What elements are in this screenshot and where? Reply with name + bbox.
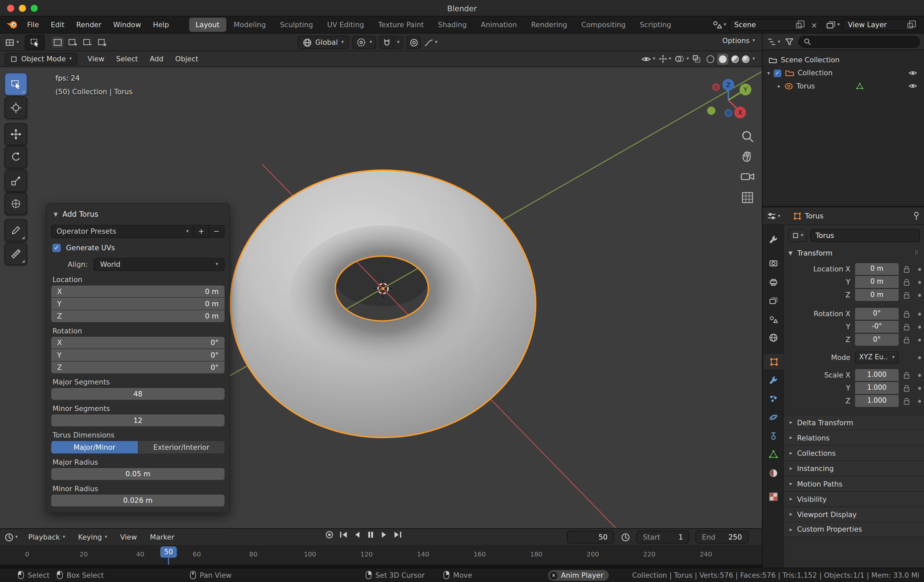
select-mode-subtract[interactable] — [81, 37, 93, 48]
location-y-field[interactable]: Y0 m — [51, 298, 224, 310]
tab-layout[interactable]: Layout — [189, 18, 226, 32]
menu-keying[interactable]: Keying▾ — [72, 534, 113, 541]
prop-rotation-y[interactable]: -0° — [855, 321, 898, 333]
prop-location-z[interactable]: 0 m — [855, 289, 898, 301]
navigation-gizmo[interactable]: Z Y X — [699, 72, 758, 131]
section-viewport-display[interactable]: ▸Viewport Display — [784, 506, 924, 522]
pause-button[interactable] — [367, 531, 374, 538]
expand-icon[interactable]: ▸ — [778, 83, 780, 89]
menu-marker[interactable]: Marker — [144, 534, 180, 541]
dimension-mode-exterior-interior[interactable]: Exterior/Interior — [138, 441, 224, 454]
outliner-row-collection[interactable]: ▾ ✓ Collection — [762, 67, 924, 79]
operator-presets-dropdown[interactable]: Operator Presets ▾ — [51, 225, 194, 238]
tool-scale[interactable] — [5, 170, 27, 192]
next-keyframe-button[interactable] — [381, 531, 388, 538]
outliner-editor-type-button[interactable]: ▾ — [767, 38, 780, 46]
tab-constraints[interactable] — [765, 428, 781, 444]
properties-editor-type-button[interactable]: ▾ — [767, 212, 780, 219]
animate-dot-icon[interactable] — [918, 268, 921, 271]
hide-collection-eye[interactable] — [908, 70, 917, 76]
editor-type-button[interactable]: ▾ — [5, 38, 19, 47]
blender-logo-icon[interactable] — [6, 20, 18, 29]
search-input[interactable] — [814, 38, 914, 45]
outliner-search[interactable] — [799, 35, 920, 48]
select-mode-set[interactable] — [52, 37, 64, 48]
lock-icon[interactable] — [899, 279, 914, 285]
tool-move[interactable] — [5, 123, 27, 146]
lock-icon[interactable] — [899, 398, 914, 404]
mode-dropdown[interactable]: Object Mode ▾ — [5, 53, 77, 65]
tab-render[interactable] — [765, 256, 781, 271]
outliner-row-torus[interactable]: ▸ Torus — [762, 79, 924, 92]
select-mode-invert[interactable] — [96, 37, 108, 48]
camera-view-button[interactable] — [740, 171, 756, 182]
major-segments-field[interactable]: 48 — [51, 388, 224, 400]
new-scene-icon[interactable] — [796, 23, 802, 28]
prop-location-y[interactable]: 0 m — [855, 276, 898, 288]
major-radius-field[interactable]: 0.05 m — [51, 468, 224, 480]
tool-select-box[interactable] — [5, 73, 27, 95]
menu-window[interactable]: Window — [107, 21, 147, 28]
zoom-view-button[interactable] — [741, 130, 755, 144]
section-visibility[interactable]: ▸Visibility — [784, 491, 924, 506]
tab-material[interactable] — [765, 465, 781, 480]
rotation-z-field[interactable]: Z0° — [51, 362, 224, 373]
tab-modifiers[interactable] — [765, 372, 781, 388]
xray-toggle[interactable] — [693, 55, 701, 63]
generate-uvs-checkbox[interactable]: ✓ — [53, 244, 61, 252]
object-name-field[interactable]: Torus — [810, 229, 920, 242]
record-button[interactable] — [325, 531, 334, 539]
animate-dot-icon[interactable] — [918, 400, 921, 403]
shading-material-button[interactable] — [731, 55, 739, 62]
lock-icon[interactable] — [899, 292, 914, 298]
section-relations[interactable]: ▸Relations — [784, 430, 924, 445]
panel-collapse-icon[interactable]: ▼ — [788, 251, 792, 256]
animate-dot-icon[interactable] — [918, 294, 921, 297]
playhead-line[interactable] — [168, 557, 169, 565]
animate-dot-icon[interactable] — [918, 326, 921, 329]
proportional-editing-button[interactable] — [407, 36, 421, 49]
view-layer-name-field[interactable]: View Layer — [843, 19, 918, 31]
lock-icon[interactable] — [899, 385, 914, 391]
section-collections[interactable]: ▸Collections — [784, 445, 924, 460]
anim-player-badge[interactable]: × Anim Player — [548, 570, 609, 581]
menu-view[interactable]: View — [82, 55, 110, 62]
unlink-scene-button[interactable]: × — [810, 21, 818, 28]
lock-icon[interactable] — [899, 266, 914, 273]
frame-start-field[interactable]: Start1 — [637, 531, 690, 544]
scene-browse-button[interactable]: ▾ — [713, 21, 726, 29]
tab-particles[interactable] — [765, 391, 781, 406]
dimension-mode-major-minor[interactable]: Major/Minor — [51, 441, 138, 454]
prop-rotation-z[interactable]: 0° — [855, 334, 898, 346]
tool-cursor[interactable] — [5, 97, 27, 119]
animate-dot-icon[interactable] — [918, 356, 921, 359]
view-layer-browse-button[interactable]: ▾ — [826, 21, 840, 29]
rotation-mode-dropdown[interactable]: XYZ Eu..▾ — [855, 352, 898, 363]
hide-object-eye[interactable] — [908, 83, 917, 89]
new-view-layer-icon[interactable] — [908, 23, 913, 28]
menu-add[interactable]: Add — [144, 55, 170, 62]
outliner-row-scene-collection[interactable]: Scene Collection — [762, 54, 924, 67]
orthographic-toggle-button[interactable] — [741, 191, 754, 204]
lock-icon[interactable] — [899, 372, 914, 378]
tab-texture[interactable] — [765, 489, 781, 504]
options-dropdown[interactable]: Options ▾ — [722, 37, 755, 44]
tab-object-data[interactable] — [765, 446, 781, 462]
tab-scripting[interactable]: Scripting — [633, 18, 678, 32]
animate-dot-icon[interactable] — [918, 281, 921, 284]
lock-icon[interactable] — [899, 336, 914, 343]
frame-end-field[interactable]: End250 — [695, 531, 749, 544]
current-frame-field[interactable]: 50 — [567, 531, 614, 544]
tab-physics[interactable] — [765, 409, 781, 424]
menu-file[interactable]: File — [21, 21, 45, 28]
gizmos-dropdown[interactable]: ▾ — [659, 55, 671, 63]
viewport-3d[interactable]: fps: 24 (50) Collection | Torus — [0, 67, 762, 528]
section-delta-transform[interactable]: ▸Delta Transform — [784, 414, 924, 430]
shading-wireframe-button[interactable] — [706, 55, 714, 62]
tab-rendering[interactable]: Rendering — [525, 18, 574, 32]
lock-icon[interactable] — [899, 324, 914, 330]
scene-name-field[interactable]: Scene — [729, 19, 807, 31]
tab-tool[interactable] — [765, 231, 781, 247]
tool-rotate[interactable] — [5, 146, 27, 169]
jump-to-start-button[interactable] — [339, 531, 348, 538]
